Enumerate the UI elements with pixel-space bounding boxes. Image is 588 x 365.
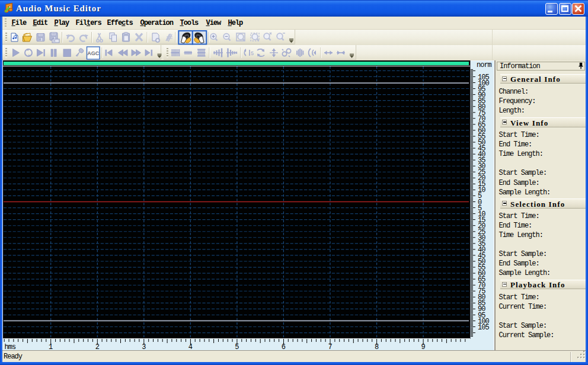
svg-text:105: 105	[478, 73, 489, 82]
svg-text:6: 6	[281, 343, 285, 350]
svg-text:AGC: AGC	[87, 50, 100, 56]
svg-text:hms: hms	[4, 343, 15, 350]
svg-text:8: 8	[374, 343, 378, 350]
svg-text:5: 5	[251, 50, 254, 56]
svg-text:7: 7	[328, 343, 332, 350]
svg-text:1: 1	[49, 343, 53, 350]
svg-text:norm: norm	[477, 61, 492, 69]
svg-text:3: 3	[142, 343, 146, 350]
svg-text:9: 9	[421, 343, 425, 350]
svg-text:2: 2	[95, 343, 99, 350]
svg-text:4: 4	[188, 343, 192, 350]
svg-text:5: 5	[235, 343, 239, 350]
